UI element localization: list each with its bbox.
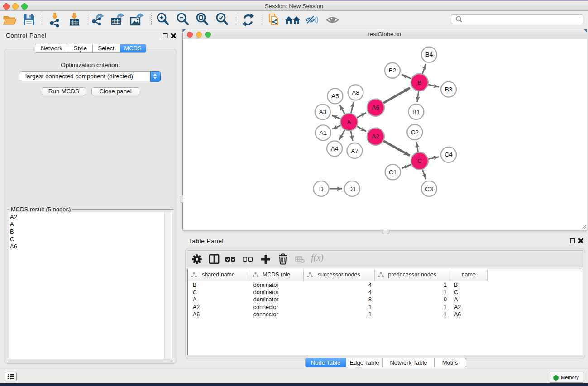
svg-text:A6: A6 xyxy=(372,104,380,111)
svg-text:B1: B1 xyxy=(412,109,420,115)
svg-text:B4: B4 xyxy=(425,51,433,58)
svg-text:A1: A1 xyxy=(320,129,327,136)
svg-text:A8: A8 xyxy=(352,89,359,96)
svg-text:A5: A5 xyxy=(331,93,339,100)
svg-text:C4: C4 xyxy=(445,151,453,158)
svg-text:A2: A2 xyxy=(372,133,380,140)
svg-text:D1: D1 xyxy=(348,186,356,192)
svg-text:C: C xyxy=(417,157,422,164)
svg-text:B: B xyxy=(417,79,421,86)
svg-text:A4: A4 xyxy=(331,145,339,152)
svg-text:B2: B2 xyxy=(389,67,397,74)
svg-text:C1: C1 xyxy=(389,169,397,176)
svg-text:A7: A7 xyxy=(351,148,359,154)
svg-text:C2: C2 xyxy=(411,129,419,136)
svg-text:D: D xyxy=(319,186,324,192)
svg-text:B3: B3 xyxy=(445,86,453,93)
svg-text:A3: A3 xyxy=(319,109,327,115)
svg-text:C3: C3 xyxy=(425,186,433,192)
svg-text:A: A xyxy=(347,119,351,125)
